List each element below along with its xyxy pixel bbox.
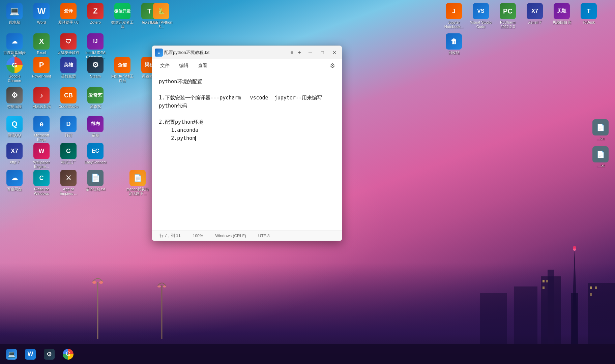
window-controls: ─ □ ✕ xyxy=(305,48,339,57)
svg-rect-5 xyxy=(514,286,537,344)
settings-button[interactable]: ⚙ xyxy=(327,60,338,71)
baidu-disk-icon: ☁ xyxy=(6,170,23,186)
desktop-icon-basic-txt[interactable]: 📄 基本信息.txt xyxy=(83,169,108,193)
xftp-icon: X7 xyxy=(6,143,23,159)
my-computer-label: 此电脑 xyxy=(9,20,20,25)
aiqiyi-icon: 爱奇艺 xyxy=(87,87,104,103)
python-install-label: python捕获指定话题下... xyxy=(126,187,149,196)
desktop-icon-edge[interactable]: e Microsoft Edge xyxy=(29,115,54,143)
desktop-icon-beiyinghuibai[interactable]: 贝颖 贝颖回白英 xyxy=(549,2,575,26)
close-button[interactable]: ✕ xyxy=(330,48,339,57)
desktop-icon-aiqiyi[interactable]: 爱奇艺 爱奇艺 xyxy=(83,86,108,110)
cursor-position[interactable]: 行 7，列 11 xyxy=(157,232,183,239)
editor-line-7: 2.python xyxy=(159,134,335,142)
desktop-icon-steam[interactable]: ⚙ Steam xyxy=(83,56,108,80)
right2-icon: 📄 xyxy=(592,146,609,162)
line-ending[interactable]: Windows (CRLF) xyxy=(213,233,248,239)
qq-icon: Q xyxy=(6,116,23,132)
taskbar-item-word[interactable]: W xyxy=(22,347,39,361)
desktop-icon-clash[interactable]: C Clash for Windows xyxy=(29,169,54,197)
todesk-icon: T xyxy=(581,3,597,19)
taskbar-chrome-icon: G xyxy=(63,349,74,360)
desktop-icon-netease[interactable]: ♪ 网易云音乐 xyxy=(29,86,54,110)
codeblocks-icon: CB xyxy=(60,87,77,103)
basic-txt-label: 基本信息.txt xyxy=(86,187,106,191)
xshell-label: Xshell 7 xyxy=(528,20,541,25)
desktop-icon-wechat-dev[interactable]: 微信开发 微信开发者工具 xyxy=(110,2,135,30)
netease-icon: ♪ xyxy=(33,87,50,103)
taskbar-computer-icon: 💻 xyxy=(6,349,17,360)
taskbar-item-steam[interactable]: ⚙ xyxy=(40,347,58,361)
svg-rect-13 xyxy=(590,293,592,296)
ppt-icon: P xyxy=(33,57,50,73)
aoe-icon: ⚔ xyxy=(60,170,77,186)
desktop-icon-recycle[interactable]: 🗑 回收站 xyxy=(441,32,467,56)
menu-file[interactable]: 文件 xyxy=(156,61,174,70)
desktop-icon-pycharm[interactable]: PC PyCharm 2022.2.3 xyxy=(495,2,521,30)
desktop-icon-aoe[interactable]: ⚔ Age of Empires ... xyxy=(56,169,81,197)
svg-rect-11 xyxy=(590,286,592,289)
zotero-icon: Z xyxy=(87,3,104,19)
notepad-tab-title: 配置python环境教程.txt xyxy=(164,50,289,56)
maximize-button[interactable]: □ xyxy=(318,48,327,57)
editor-area[interactable]: python环境的配置 1.下载安装一个编译器---pycharm vscode… xyxy=(152,72,342,231)
yingjian-icon: 英雄 xyxy=(60,57,77,73)
menu-edit[interactable]: 编辑 xyxy=(175,61,193,70)
desktop-icon-baidu-disk[interactable]: ☁ 百度网盘 xyxy=(2,169,27,193)
lamp-middle xyxy=(155,278,169,340)
aiqiyi-label: 爱奇艺 xyxy=(90,104,101,109)
right1-label: ...ion xyxy=(596,136,605,141)
desktop-icon-powerpoint[interactable]: P PowerPoint xyxy=(29,56,54,80)
desktop-icon-codeblocks[interactable]: CB CodeBlocks xyxy=(56,86,81,110)
desktop-icon-word[interactable]: W Word xyxy=(29,2,54,26)
desktop-icon-zotero[interactable]: Z Zotero xyxy=(83,2,108,26)
desktop-icon-aiyi[interactable]: 爱译 爱译助手7.0 xyxy=(56,2,81,26)
desktop-icon-huorong[interactable]: 🛡 火绒安全软件 xyxy=(56,32,81,56)
desktop-icon-vscode[interactable]: VS Visual Studio Code xyxy=(468,2,494,30)
idle-icon: 🐍 xyxy=(153,3,169,19)
encoding[interactable]: UTF-8 xyxy=(256,233,272,239)
desktop-icon-bangbu[interactable]: 帮布 帮布 xyxy=(83,115,108,139)
easyconnect-icon: EC xyxy=(87,143,104,159)
desktop-icon-my-computer[interactable]: 💻 此电脑 xyxy=(2,2,27,26)
new-tab-button[interactable]: + xyxy=(295,48,304,57)
desktop-icon-qq[interactable]: Q 腾讯QQ xyxy=(2,115,27,139)
desktop-icon-jupyter[interactable]: J Jupyter Notebook... xyxy=(441,2,467,30)
ppt-label: PowerPoint xyxy=(32,74,51,79)
aoe-label: Age of Empires ... xyxy=(57,187,80,196)
taskbar-item-chrome[interactable]: G xyxy=(59,347,77,361)
desktop-icon-idle[interactable]: 🐍 IDLE (Python 3... xyxy=(148,2,174,30)
desktop-icon-python-install[interactable]: 📄 python捕获指定话题下... xyxy=(125,169,150,197)
desktop-icon-xshell[interactable]: X7 Xshell 7 xyxy=(522,2,548,26)
desktop-icon-xftp[interactable]: X7 Xftp 7 xyxy=(2,142,27,166)
word-label: Word xyxy=(37,20,46,25)
minimize-button[interactable]: ─ xyxy=(305,48,315,57)
desktop-icon-gesishi[interactable]: G 格式工厂 xyxy=(56,142,81,166)
desktop-icon-easyconnect[interactable]: EC EasyConnect xyxy=(83,142,108,166)
notepad-window: ≡ 配置python环境教程.txt + ─ □ ✕ 文件 编辑 查看 ⚙ py… xyxy=(152,46,342,241)
desktop-icon-kongzhi[interactable]: ⚙ 控制面板 xyxy=(2,86,27,110)
excel-icon: X xyxy=(33,33,50,50)
lamp-left xyxy=(91,272,105,340)
chrome-icon: G xyxy=(6,57,23,73)
byhb-icon: 贝颖 xyxy=(554,3,570,19)
taskbar-item-computer[interactable]: 💻 xyxy=(3,347,20,361)
wallpaper-label: Wallpaper Engine... xyxy=(30,160,53,169)
desktop-icon-excel[interactable]: X Excel xyxy=(29,32,54,56)
desktop-icon-todesk[interactable]: T ToDesk xyxy=(576,2,602,26)
menu-view[interactable]: 查看 xyxy=(194,61,211,70)
wallpaper-icon: W xyxy=(33,143,50,159)
huorong-label: 火绒安全软件 xyxy=(57,51,80,55)
desktop-icon-right2[interactable]: 📄 ....txt xyxy=(588,145,613,169)
desktop-icon-yingjian[interactable]: 英雄 英雄联盟 xyxy=(56,56,81,80)
desktop-icon-right1[interactable]: 📄 ...ion xyxy=(588,118,613,142)
desktop-icon-xiaoyu[interactable]: 鱼铺 闲鱼鱼小铺工作台 xyxy=(110,56,135,84)
edge-icon: e xyxy=(33,116,50,132)
editor-line-6: 1.anconda xyxy=(159,126,335,134)
zoom-level[interactable]: 100% xyxy=(191,233,205,239)
desktop-icon-dingding[interactable]: D 钉钉 xyxy=(56,115,81,139)
basic-txt-icon: 📄 xyxy=(87,170,104,186)
clash-label: Clash for Windows xyxy=(30,187,53,196)
desktop-icon-chrome[interactable]: G Google Chrome xyxy=(2,56,27,84)
desktop-icon-wallpaper[interactable]: W Wallpaper Engine... xyxy=(29,142,54,170)
